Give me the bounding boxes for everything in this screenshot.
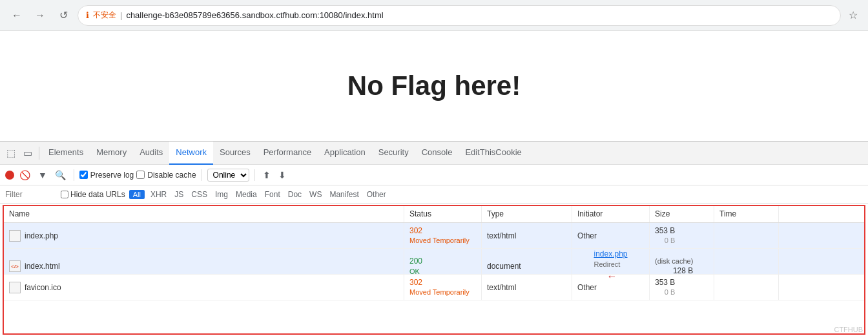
filter-xhr[interactable]: XHR bbox=[149, 189, 169, 200]
filter-media[interactable]: Media bbox=[234, 189, 259, 200]
refresh-button[interactable]: ↺ bbox=[54, 6, 72, 25]
table-body: index.php 302 Moved Temporarily text/htm… bbox=[4, 223, 864, 333]
size-value: 353 B bbox=[655, 278, 675, 288]
th-name: Name bbox=[4, 206, 404, 222]
size-extra: 0 B bbox=[665, 288, 676, 297]
table-row[interactable]: favicon.ico 302 Moved Temporarily text/h… bbox=[4, 275, 864, 300]
td-name: favicon.ico bbox=[4, 275, 404, 300]
status-code: 200 bbox=[409, 257, 422, 267]
status-code: 302 bbox=[409, 226, 470, 236]
initiator-link[interactable]: index.php bbox=[594, 249, 627, 260]
status-cell: 302 Moved Temporarily bbox=[409, 278, 470, 297]
disable-cache-checkbox[interactable] bbox=[136, 171, 145, 179]
preserve-log-checkbox-label[interactable]: Preserve log bbox=[79, 171, 134, 180]
td-time bbox=[714, 275, 779, 300]
tab-network[interactable]: Network bbox=[169, 142, 213, 165]
filename: favicon.ico bbox=[25, 283, 61, 292]
filter-bar: Hide data URLs All XHR JS CSS Img Media … bbox=[0, 185, 868, 204]
record-button[interactable] bbox=[5, 171, 14, 180]
page-heading: No Flag here! bbox=[347, 70, 521, 101]
status-cell: 200 OK bbox=[409, 257, 422, 276]
search-icon-btn[interactable]: 🔍 bbox=[52, 169, 68, 182]
size-cell: 353 B 0 B bbox=[655, 278, 675, 297]
tab-elements[interactable]: Elements bbox=[42, 142, 90, 165]
disable-cache-label: Disable cache bbox=[147, 171, 196, 180]
th-status: Status bbox=[404, 206, 482, 222]
filter-icon-btn[interactable]: ▼ bbox=[36, 169, 50, 182]
filter-input[interactable] bbox=[5, 190, 57, 199]
filter-font[interactable]: Font bbox=[263, 189, 282, 200]
status-code: 302 bbox=[409, 278, 470, 288]
filter-css[interactable]: CSS bbox=[189, 189, 209, 200]
filter-all-badge[interactable]: All bbox=[129, 190, 145, 199]
url-text: challenge-b63e085789e63656.sandbox.ctfhu… bbox=[126, 10, 832, 20]
throttle-select[interactable]: Online bbox=[207, 169, 249, 182]
hide-data-urls-label[interactable]: Hide data URLs bbox=[61, 190, 125, 199]
size-cell: 353 B 0 B bbox=[655, 226, 675, 246]
status-text: Moved Temporarily bbox=[409, 236, 470, 245]
hide-data-urls-text: Hide data URLs bbox=[70, 190, 125, 199]
browser-chrome: ← → ↺ ℹ 不安全 | challenge-b63e085789e63656… bbox=[0, 0, 868, 31]
import-har-button[interactable]: ⬆ bbox=[260, 169, 273, 182]
toolbar-separator-2 bbox=[202, 169, 202, 181]
watermark: CTFHUB bbox=[834, 326, 863, 333]
size-value: 353 B bbox=[655, 226, 675, 236]
tab-console[interactable]: Console bbox=[415, 142, 459, 165]
td-name: index.php bbox=[4, 223, 404, 248]
toolbar-separator-3 bbox=[254, 169, 255, 181]
filter-manifest[interactable]: Manifest bbox=[327, 189, 360, 200]
tab-memory[interactable]: Memory bbox=[90, 142, 133, 165]
bookmark-button[interactable]: ☆ bbox=[846, 6, 860, 24]
disable-cache-checkbox-label[interactable]: Disable cache bbox=[136, 171, 196, 180]
file-icon-ico bbox=[9, 282, 21, 293]
device-icon-btn[interactable]: ▭ bbox=[19, 145, 36, 162]
filter-doc[interactable]: Doc bbox=[286, 189, 304, 200]
hide-data-urls-checkbox[interactable] bbox=[61, 191, 68, 198]
devtools-tab-bar: ⬚ ▭ Elements Memory Audits Network Sourc… bbox=[0, 142, 868, 165]
tab-security[interactable]: Security bbox=[372, 142, 415, 165]
tab-application[interactable]: Application bbox=[318, 142, 372, 165]
file-icon-html: </> bbox=[9, 260, 21, 272]
filter-ws[interactable]: WS bbox=[307, 189, 324, 200]
status-text: Moved Temporarily bbox=[409, 288, 470, 297]
td-time bbox=[714, 223, 779, 248]
th-time: Time bbox=[714, 206, 779, 222]
filter-other[interactable]: Other bbox=[365, 189, 388, 200]
filter-js[interactable]: JS bbox=[172, 189, 185, 200]
address-bar: ℹ 不安全 | challenge-b63e085789e63656.sandb… bbox=[78, 5, 841, 26]
network-toolbar: 🚫 ▼ 🔍 Preserve log Disable cache Online … bbox=[0, 165, 868, 185]
cursor-icon-btn[interactable]: ⬚ bbox=[3, 145, 19, 162]
clear-button[interactable]: 🚫 bbox=[17, 169, 33, 182]
file-icon-php bbox=[9, 230, 21, 242]
tab-sources[interactable]: Sources bbox=[213, 142, 257, 165]
forward-button[interactable]: → bbox=[31, 6, 49, 25]
td-type: text/html bbox=[482, 223, 572, 248]
status-cell: 302 Moved Temporarily bbox=[409, 226, 470, 246]
filename: index.html bbox=[25, 262, 60, 271]
preserve-log-checkbox[interactable] bbox=[79, 171, 88, 179]
tab-separator bbox=[39, 147, 39, 160]
th-initiator: Initiator bbox=[572, 206, 650, 222]
initiator-sub: Redirect bbox=[594, 260, 627, 269]
table-row[interactable]: index.php 302 Moved Temporarily text/htm… bbox=[4, 223, 864, 249]
export-har-button[interactable]: ⬇ bbox=[276, 169, 289, 182]
insecure-icon: ℹ bbox=[86, 10, 89, 20]
disk-cache-label: (disk cache) bbox=[655, 257, 693, 266]
table-header: Name Status Type Initiator Size Time bbox=[4, 206, 864, 223]
td-initiator: Other bbox=[572, 223, 650, 248]
td-initiator: Other bbox=[572, 275, 650, 300]
preserve-log-label: Preserve log bbox=[90, 171, 134, 180]
table-row[interactable]: </> index.html 200 OK document index.php… bbox=[4, 249, 864, 275]
filename: index.php bbox=[25, 231, 58, 240]
filter-img[interactable]: Img bbox=[213, 189, 230, 200]
th-type: Type bbox=[482, 206, 572, 222]
tab-audits[interactable]: Audits bbox=[133, 142, 169, 165]
tab-performance[interactable]: Performance bbox=[257, 142, 318, 165]
back-button[interactable]: ← bbox=[8, 6, 26, 25]
devtools-panel: ⬚ ▭ Elements Memory Audits Network Sourc… bbox=[0, 141, 868, 336]
tab-editthiscookie[interactable]: EditThisCookie bbox=[459, 142, 528, 165]
insecure-label: 不安全 bbox=[93, 10, 116, 21]
toolbar-separator-1 bbox=[74, 169, 74, 181]
page-content: No Flag here! bbox=[0, 31, 868, 141]
td-type: text/html bbox=[482, 275, 572, 300]
